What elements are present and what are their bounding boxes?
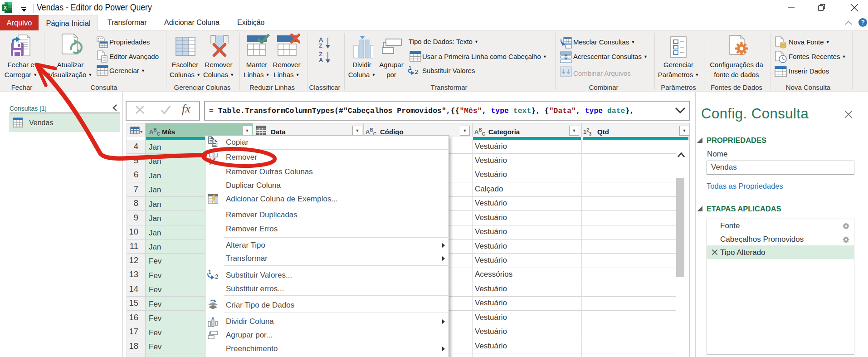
svg-text:X: X (4, 5, 7, 10)
